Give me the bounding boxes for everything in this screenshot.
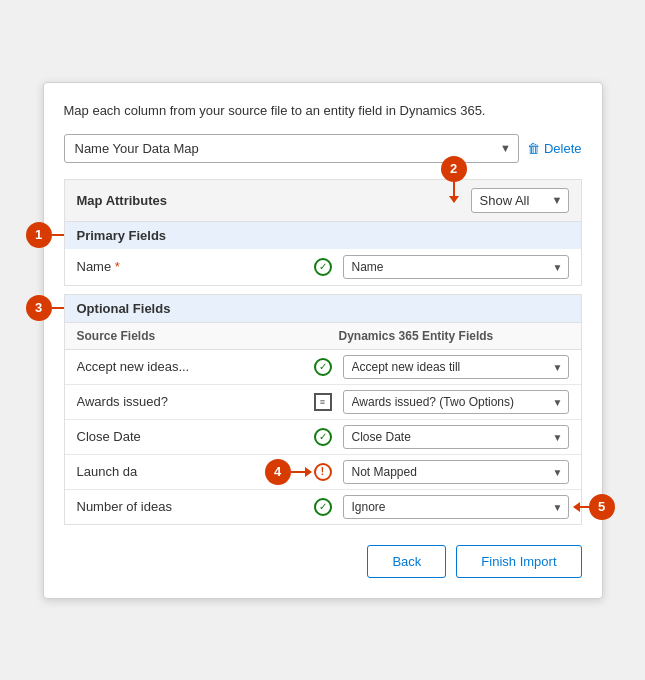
field-select[interactable]: Not Mapped Accept new ideas till (Ignore… (343, 460, 569, 484)
table-row: Close Date ✓ Close Date (Ignore) Not Map… (65, 420, 581, 455)
icon-cell: 4 ! (307, 463, 339, 481)
delete-button[interactable]: 🗑 Delete (527, 141, 582, 156)
col2-header: Dynamics 365 Entity Fields (339, 329, 569, 343)
field-select[interactable]: Ignore Not Mapped Accept new ideas till (343, 495, 569, 519)
primary-fields-container: 1 Primary Fields (64, 221, 582, 249)
check-icon: ✓ (314, 258, 332, 276)
arrow-down-2 (453, 182, 455, 202)
delete-icon: 🗑 (527, 141, 540, 156)
dialog-description: Map each column from your source file to… (64, 103, 582, 118)
show-all-select[interactable]: Show All Mapped Unmapped (471, 188, 569, 213)
badge-5: 5 (589, 494, 615, 520)
warn-icon: ! (314, 463, 332, 481)
check-icon: ✓ (314, 498, 332, 516)
field-select[interactable]: Close Date (Ignore) Not Mapped (343, 425, 569, 449)
field-name: Awards issued? (77, 394, 303, 409)
map-attributes-row: Map Attributes 2 Show All Mapped Unmappe… (64, 179, 582, 221)
optional-fields-label: Optional Fields (64, 294, 582, 322)
optional-fields-container: 3 Optional Fields (64, 294, 582, 322)
icon-cell: ✓ (307, 428, 339, 446)
field-select-wrapper: Awards issued? (Two Options) (Ignore) No… (343, 390, 569, 414)
table-row: Accept new ideas... ✓ Accept new ideas t… (65, 350, 581, 385)
fields-table: Source Fields Dynamics 365 Entity Fields… (64, 322, 582, 525)
import-dialog: Map each column from your source file to… (43, 82, 603, 599)
badge-2: 2 (441, 156, 467, 182)
primary-fields-label: Primary Fields (64, 221, 582, 249)
field-name: Close Date (77, 429, 303, 444)
field-select-wrapper: Not Mapped Accept new ideas till (Ignore… (343, 460, 569, 484)
table-header: Source Fields Dynamics 365 Entity Fields (65, 323, 581, 350)
required-star: * (115, 259, 120, 274)
table-row: Awards issued? ≡ Awards issued? (Two Opt… (65, 385, 581, 420)
name-row: Name * ✓ Name (Ignore) Not Mapped ▼ (64, 249, 582, 286)
finish-import-button[interactable]: Finish Import (456, 545, 581, 578)
icon-cell: ✓ (307, 358, 339, 376)
footer-row: Back Finish Import (64, 545, 582, 578)
name-field-label: Name * (77, 259, 303, 274)
field-select-wrapper: Accept new ideas till (Ignore) Not Mappe… (343, 355, 569, 379)
icon-cell: ≡ (307, 393, 339, 411)
badge-3: 3 (26, 295, 52, 321)
name-icon-cell: ✓ (307, 258, 339, 276)
icon-cell: ✓ (307, 498, 339, 516)
data-map-row: Name Your Data Map ▼ 🗑 Delete (64, 134, 582, 163)
check-icon: ✓ (314, 428, 332, 446)
check-icon: ✓ (314, 358, 332, 376)
badge-4: 4 (265, 459, 291, 485)
back-button[interactable]: Back (367, 545, 446, 578)
arrow-right-4 (291, 471, 311, 473)
field-select[interactable]: Awards issued? (Two Options) (Ignore) No… (343, 390, 569, 414)
col1-header: Source Fields (77, 329, 307, 343)
badge-1: 1 (26, 222, 52, 248)
show-all-wrapper: Show All Mapped Unmapped ▼ (471, 188, 569, 213)
table-row: Number of ideas ✓ 5 Ignore Not Mapped Ac… (65, 490, 581, 524)
field-select-wrapper: 5 Ignore Not Mapped Accept new ideas til… (343, 495, 569, 519)
name-field-select-wrapper: Name (Ignore) Not Mapped ▼ (343, 255, 569, 279)
field-select[interactable]: Accept new ideas till (Ignore) Not Mappe… (343, 355, 569, 379)
text-icon: ≡ (314, 393, 332, 411)
map-attributes-label: Map Attributes (77, 193, 168, 208)
field-select-wrapper: Close Date (Ignore) Not Mapped ▼ (343, 425, 569, 449)
table-row: Launch da 4 ! Not Mapped Accept new idea… (65, 455, 581, 490)
field-name: Accept new ideas... (77, 359, 303, 374)
name-field-select[interactable]: Name (Ignore) Not Mapped (343, 255, 569, 279)
field-name: Number of ideas (77, 499, 303, 514)
